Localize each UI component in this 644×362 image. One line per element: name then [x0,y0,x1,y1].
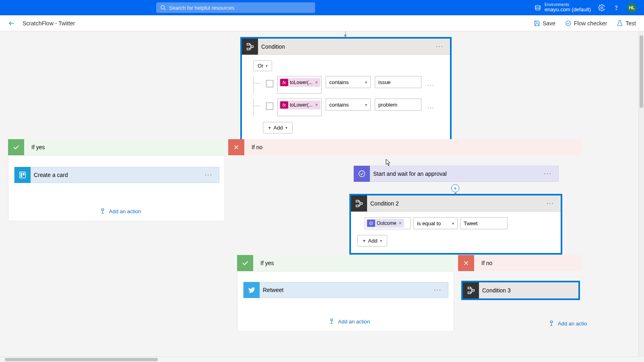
condition-header[interactable]: Condition ··· [242,39,450,55]
row1-right-value[interactable] [375,76,421,88]
combinator-select[interactable]: Or▾ [253,60,272,71]
row-more-icon[interactable]: ··· [425,104,437,111]
svg-rect-8 [247,43,250,45]
condition2-header[interactable]: Condition 2 ··· [351,195,561,212]
if-yes-2-header[interactable]: If yes [237,255,454,271]
card-more-icon[interactable]: ··· [538,170,558,177]
add-action-button[interactable]: Add an actio [548,320,587,327]
add-action-icon [328,318,335,325]
retweet-card[interactable]: Retweet ··· [243,282,448,298]
if-no-header[interactable]: If no [228,139,582,155]
if-no-2-label: If no [474,260,492,266]
fx-token[interactable]: fx toLower(... × [279,101,320,109]
add-action-button[interactable]: Add an action [99,208,141,214]
svg-point-2 [535,5,540,7]
condition-icon [463,282,479,298]
card-more-icon[interactable]: ··· [198,171,219,179]
row2-left-value[interactable]: fx toLower(... × [277,99,322,116]
chevron-down-icon: ▾ [365,103,367,107]
environment-icon [534,4,541,11]
condition-more-icon[interactable]: ··· [429,43,450,50]
horizontal-scrollbar[interactable] [0,357,638,362]
token-remove-icon[interactable]: × [314,80,319,85]
settings-icon[interactable] [598,4,605,11]
back-button[interactable] [8,20,15,27]
row-more-icon[interactable]: ··· [425,82,437,88]
cond2-add-button[interactable]: + Add ▾ [357,235,387,247]
flow-title: ScratchFlow - Twitter [23,20,75,27]
help-icon[interactable] [613,4,620,11]
svg-point-3 [601,7,603,9]
environment-picker[interactable]: Environments enayu.com (default) [534,2,591,12]
top-bar: Environments enayu.com (default) HL [0,0,644,15]
svg-rect-30 [468,292,471,294]
cond2-left-value[interactable]: Outcome × [365,217,411,229]
condition-card: Condition ··· Or▾ fx toLower(... × conta… [240,37,452,142]
environment-value: enayu.com (default) [545,7,591,12]
flow-checker-button[interactable]: Flow checker [565,20,607,27]
outcome-token[interactable]: Outcome × [366,219,404,228]
scrollbar-thumb[interactable] [640,35,643,108]
svg-rect-32 [550,321,552,323]
vertical-scrollbar[interactable] [638,31,644,357]
svg-rect-10 [251,45,254,47]
svg-rect-9 [247,48,250,50]
svg-point-6 [566,21,571,26]
if-yes-header[interactable]: If yes [8,139,225,155]
test-button[interactable]: Test [617,20,636,27]
add-action-icon [99,208,106,214]
flow-canvas[interactable]: ▼ Condition ··· Or▾ fx toLower(... × [0,31,644,362]
row2-right-value[interactable] [375,99,421,111]
row1-checkbox[interactable] [266,80,273,87]
check-icon [8,139,24,155]
card-more-icon[interactable]: ··· [540,200,561,207]
token-remove-icon[interactable]: × [314,102,319,108]
condition-icon [242,39,258,55]
chevron-down-icon: ▾ [266,64,268,68]
page-toolbar: ScratchFlow - Twitter Save Flow checker … [0,15,644,31]
if-yes-2-container: Retweet ··· Add an action [237,271,454,331]
if-yes-label: If yes [24,144,45,150]
user-avatar[interactable]: HL [627,3,637,12]
approval-card[interactable]: Start and wait for an approval ··· [353,166,559,182]
x-icon [458,255,474,271]
plus-icon: + [363,238,366,244]
if-no-label: If no [244,144,262,150]
cond2-operator[interactable]: is equal to▾ [413,217,458,229]
global-search[interactable] [156,2,315,13]
flow-checker-icon [565,20,572,27]
row2-operator[interactable]: contains▾ [326,99,371,111]
search-icon [160,5,166,10]
condition3-card[interactable]: Condition 3 [461,281,580,300]
chevron-down-icon: ▾ [380,239,382,243]
insert-step-button[interactable]: + [451,184,459,192]
test-icon [617,20,623,27]
svg-rect-14 [101,209,103,210]
check-icon [237,255,253,271]
svg-line-1 [164,9,166,10]
approval-title: Start and wait for an approval [370,171,538,177]
search-input[interactable] [169,5,311,11]
condition3-title: Condition 3 [479,287,578,294]
svg-point-23 [369,222,373,225]
card-more-icon[interactable]: ··· [427,286,448,294]
condition-title: Condition [258,43,429,50]
fx-token[interactable]: fx toLower(... × [279,78,320,87]
add-row-button[interactable]: + Add ▾ [263,122,293,134]
outcome-icon [367,220,375,227]
trello-create-card[interactable]: Create a card ··· [14,167,219,183]
row1-left-value[interactable]: fx toLower(... × [277,76,322,94]
trello-icon [14,167,31,183]
chevron-down-icon: ▾ [452,221,454,226]
save-button[interactable]: Save [534,20,555,27]
row1-operator[interactable]: contains▾ [326,76,371,88]
scrollbar-thumb[interactable] [5,358,158,361]
save-icon [534,20,540,27]
row2-checkbox[interactable] [266,103,273,110]
token-remove-icon[interactable]: × [398,220,402,226]
if-no-2-header[interactable]: If no [458,255,582,271]
cond2-right-value[interactable] [460,217,508,229]
if-yes-2-label: If yes [253,260,274,266]
tree-line [253,99,262,116]
add-action-button[interactable]: Add an action [328,318,370,325]
